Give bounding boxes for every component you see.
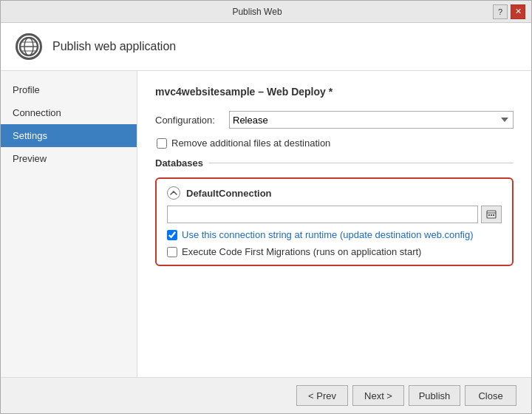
- title-bar-controls: ? ✕: [493, 4, 525, 19]
- remove-files-row: Remove additional files at destination: [155, 138, 514, 149]
- section-divider: [209, 163, 514, 163]
- help-button[interactable]: ?: [493, 4, 508, 19]
- remove-files-label: Remove additional files at destination: [171, 138, 330, 149]
- svg-rect-7: [488, 214, 490, 216]
- title-bar: Publish Web ? ✕: [1, 1, 531, 23]
- globe-icon: [16, 33, 42, 60]
- db-browse-button[interactable]: [481, 206, 502, 223]
- footer: < Prev Next > Publish Close: [1, 377, 531, 413]
- execute-code-first-checkbox[interactable]: [167, 247, 177, 257]
- use-connection-string-label: Use this connection string at runtime (u…: [182, 229, 474, 240]
- sidebar-item-profile[interactable]: Profile: [1, 78, 137, 101]
- prev-button[interactable]: < Prev: [296, 385, 348, 406]
- page-title: mvc4websitesample – Web Deploy *: [155, 86, 514, 98]
- db-input-row: [167, 206, 502, 223]
- next-button[interactable]: Next >: [352, 385, 404, 406]
- databases-label: Databases: [155, 157, 203, 169]
- title-bar-text: Publish Web: [21, 7, 493, 17]
- close-title-button[interactable]: ✕: [511, 4, 525, 19]
- remove-files-checkbox[interactable]: [157, 138, 167, 149]
- databases-section-header: Databases: [155, 157, 514, 169]
- config-label: Configuration:: [155, 115, 222, 126]
- header-title: Publish web application: [52, 40, 176, 53]
- svg-rect-8: [491, 214, 492, 216]
- svg-rect-9: [493, 214, 494, 216]
- use-connection-string-checkbox[interactable]: [167, 230, 177, 240]
- content-area: Profile Connection Settings Preview mvc4…: [1, 71, 531, 377]
- close-button[interactable]: Close: [465, 385, 516, 406]
- configuration-row: Configuration: Release: [155, 111, 514, 129]
- sidebar-item-settings[interactable]: Settings: [1, 124, 137, 147]
- publish-web-dialog: Publish Web ? ✕ Publish web application …: [0, 0, 532, 414]
- main-content: mvc4websitesample – Web Deploy * Configu…: [137, 71, 531, 377]
- sidebar-item-preview[interactable]: Preview: [1, 147, 137, 170]
- publish-button[interactable]: Publish: [409, 385, 460, 406]
- execute-code-first-label: Execute Code First Migrations (runs on a…: [182, 246, 421, 257]
- sidebar: Profile Connection Settings Preview: [1, 71, 137, 377]
- collapse-icon[interactable]: [167, 186, 180, 200]
- header-section: Publish web application: [1, 23, 531, 71]
- config-select[interactable]: Release: [229, 111, 514, 129]
- db-panel: DefaultConnection: [155, 177, 514, 266]
- db-panel-name: DefaultConnection: [186, 188, 272, 199]
- sidebar-item-connection[interactable]: Connection: [1, 101, 137, 124]
- use-connection-string-row: Use this connection string at runtime (u…: [167, 229, 502, 240]
- db-panel-header: DefaultConnection: [167, 186, 502, 200]
- execute-code-first-row: Execute Code First Migrations (runs on a…: [167, 246, 502, 257]
- db-connection-input[interactable]: [167, 206, 478, 223]
